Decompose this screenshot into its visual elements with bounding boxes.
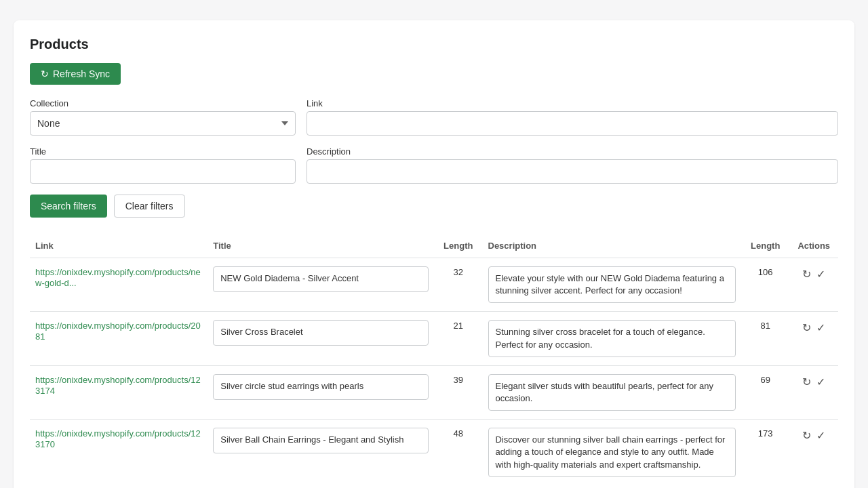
product-description: Discover our stunning silver ball chain … <box>488 428 736 477</box>
refresh-icon: ↻ <box>41 68 49 79</box>
refresh-button[interactable]: ↻ <box>801 428 812 443</box>
product-title: NEW Gold Diadema - Silver Accent <box>213 266 429 292</box>
desc-length: 81 <box>760 321 770 331</box>
product-title: Silver circle stud earrings with pearls <box>213 374 429 400</box>
description-label: Description <box>307 146 838 157</box>
title-length: 21 <box>454 321 463 331</box>
refresh-sync-button[interactable]: ↻ Refresh Sync <box>30 63 121 85</box>
table-row: https://onixdev.myshopify.com/products/1… <box>30 420 838 485</box>
collection-select[interactable]: None <box>30 111 296 136</box>
table-row: https://onixdev.myshopify.com/products/n… <box>30 258 838 312</box>
col-header-description: Description <box>483 234 741 258</box>
refresh-button[interactable]: ↻ <box>801 320 812 336</box>
col-header-length-desc: Length <box>741 234 790 258</box>
clear-filters-button[interactable]: Clear filters <box>114 195 185 218</box>
link-input[interactable] <box>307 111 838 136</box>
page-title: Products <box>30 37 838 52</box>
col-header-title: Title <box>208 234 434 258</box>
title-input[interactable] <box>30 159 296 184</box>
search-filters-button[interactable]: Search filters <box>30 195 107 218</box>
refresh-sync-label: Refresh Sync <box>53 68 110 79</box>
link-label: Link <box>307 98 838 108</box>
col-header-link: Link <box>30 234 208 258</box>
product-description: Elevate your style with our NEW Gold Dia… <box>488 266 736 303</box>
title-length: 32 <box>454 267 463 277</box>
title-label: Title <box>30 146 296 157</box>
product-description: Elegant silver studs with beautiful pear… <box>488 374 736 411</box>
product-link[interactable]: https://onixdev.myshopify.com/products/1… <box>35 375 201 396</box>
product-link[interactable]: https://onixdev.myshopify.com/products/2… <box>35 321 201 342</box>
table-row: https://onixdev.myshopify.com/products/2… <box>30 312 838 365</box>
product-title: Silver Cross Bracelet <box>213 320 429 346</box>
refresh-button[interactable]: ↻ <box>801 374 812 390</box>
confirm-button[interactable]: ✓ <box>815 320 827 336</box>
product-description: Stunning silver cross bracelet for a tou… <box>488 320 736 357</box>
col-header-length-title: Length <box>434 234 483 258</box>
title-length: 39 <box>454 375 463 385</box>
products-table: Link Title Length Description Length Act… <box>30 234 838 485</box>
desc-length: 106 <box>758 267 773 277</box>
confirm-button[interactable]: ✓ <box>815 374 827 390</box>
desc-length: 69 <box>760 375 770 385</box>
col-header-actions: Actions <box>789 234 838 258</box>
confirm-button[interactable]: ✓ <box>815 428 827 443</box>
product-title: Silver Ball Chain Earrings - Elegant and… <box>213 428 429 453</box>
collection-label: Collection <box>30 98 296 108</box>
confirm-button[interactable]: ✓ <box>815 266 827 282</box>
product-link[interactable]: https://onixdev.myshopify.com/products/n… <box>35 267 201 288</box>
table-row: https://onixdev.myshopify.com/products/1… <box>30 365 838 419</box>
title-length: 48 <box>454 428 463 439</box>
refresh-button[interactable]: ↻ <box>801 266 812 282</box>
desc-length: 173 <box>758 428 773 439</box>
description-input[interactable] <box>307 159 838 184</box>
product-link[interactable]: https://onixdev.myshopify.com/products/1… <box>35 428 201 449</box>
